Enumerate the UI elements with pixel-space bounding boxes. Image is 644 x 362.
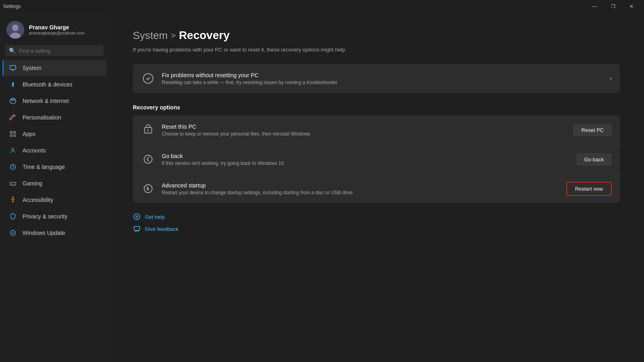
help-links: Get help Give feedback <box>133 213 620 233</box>
user-name: Pranav Gharge <box>29 24 85 31</box>
fix-card-title: Fix problems without resetting your PC <box>162 72 337 78</box>
sidebar-item-label: Accounts <box>23 147 46 154</box>
sidebar-item-bluetooth[interactable]: Bluetooth & devices <box>2 76 106 93</box>
system-icon <box>9 64 17 72</box>
search-icon: 🔍 <box>9 47 16 54</box>
svg-rect-19 <box>134 226 140 230</box>
sidebar-item-accounts[interactable]: Accounts <box>2 142 106 158</box>
network-icon <box>9 97 17 105</box>
sidebar-item-system[interactable]: System <box>2 60 106 76</box>
help-link-give-feedback[interactable]: Give feedback <box>133 225 620 233</box>
option-text-reset: Reset this PC Choose to keep or remove y… <box>162 123 310 137</box>
fix-card-desc: Resetting can take a while — first, try … <box>162 80 337 85</box>
svg-rect-4 <box>10 132 12 134</box>
help-link-get-help[interactable]: Get help <box>133 213 620 221</box>
accounts-icon <box>9 146 17 154</box>
nav-list: System Bluetooth & devices Network & int… <box>0 60 109 241</box>
advanced-icon <box>141 181 155 196</box>
option-title-reset: Reset this PC <box>162 123 310 130</box>
option-btn-reset[interactable]: Reset PC <box>573 124 612 136</box>
svg-rect-7 <box>14 135 16 137</box>
section-title: Recovery options <box>133 104 620 111</box>
sidebar-item-time[interactable]: Time & language <box>2 159 106 175</box>
get-help-icon <box>133 213 141 221</box>
fix-card-icon <box>141 71 155 86</box>
option-desc-advanced: Restart your device to change startup se… <box>162 190 353 195</box>
chevron-right-icon: › <box>610 75 612 82</box>
svg-point-1 <box>12 25 19 31</box>
svg-rect-3 <box>10 66 16 70</box>
titlebar-left: Settings <box>3 4 21 9</box>
svg-point-16 <box>144 185 152 193</box>
content-area: System > Recovery If you're having probl… <box>109 13 644 362</box>
svg-point-8 <box>12 148 14 150</box>
main-layout: Pranav Gharge pranavgharge@outlook.com 🔍… <box>0 13 644 362</box>
option-text-goback: Go back If this version isn't working, t… <box>162 153 284 166</box>
time-icon <box>9 163 17 171</box>
sidebar-item-label: Apps <box>23 131 35 137</box>
sidebar-item-label: Gaming <box>23 180 42 187</box>
sidebar-item-network[interactable]: Network & internet <box>2 93 106 109</box>
privacy-icon <box>9 212 17 220</box>
sidebar-item-label: Time & language <box>23 164 65 170</box>
restore-button[interactable]: ❐ <box>604 0 622 13</box>
sidebar-item-accessibility[interactable]: Accessibility <box>2 192 106 208</box>
option-row-goback: Go back If this version isn't working, t… <box>133 145 620 174</box>
help-link-label-get-help: Get help <box>145 214 165 220</box>
titlebar: Settings — ❐ ✕ <box>0 0 644 13</box>
option-title-advanced: Advanced startup <box>162 182 353 189</box>
breadcrumb-current: Recovery <box>179 29 229 42</box>
fix-card-left: Fix problems without resetting your PC R… <box>141 71 337 86</box>
personalisation-icon <box>9 113 17 121</box>
search-input[interactable] <box>19 48 100 54</box>
user-info: Pranav Gharge pranavgharge@outlook.com <box>29 24 85 35</box>
update-icon <box>9 229 17 237</box>
sidebar-item-gaming[interactable]: Gaming <box>2 175 106 191</box>
svg-point-13 <box>143 74 153 83</box>
user-profile: Pranav Gharge pranavgharge@outlook.com <box>0 16 109 45</box>
sidebar-item-label: Bluetooth & devices <box>23 81 72 88</box>
option-desc-reset: Choose to keep or remove your personal f… <box>162 131 310 137</box>
user-email: pranavgharge@outlook.com <box>29 31 85 35</box>
search-box[interactable]: 🔍 <box>5 45 104 56</box>
fix-problems-card[interactable]: Fix problems without resetting your PC R… <box>133 64 620 93</box>
svg-rect-6 <box>10 135 12 137</box>
give-feedback-icon <box>133 225 141 233</box>
svg-point-15 <box>144 155 152 163</box>
sidebar: Pranav Gharge pranavgharge@outlook.com 🔍… <box>0 13 109 362</box>
bluetooth-icon <box>9 80 17 88</box>
option-row-advanced: Advanced startup Restart your device to … <box>133 174 620 203</box>
option-btn-goback[interactable]: Go back <box>576 153 612 166</box>
sidebar-item-label: Personalisation <box>23 114 61 121</box>
avatar <box>6 21 24 39</box>
sidebar-item-privacy[interactable]: Privacy & security <box>2 208 106 224</box>
titlebar-controls: — ❐ ✕ <box>585 0 641 13</box>
sidebar-item-label: Privacy & security <box>23 213 67 220</box>
accessibility-icon <box>9 196 17 204</box>
svg-rect-10 <box>10 182 16 185</box>
option-btn-advanced[interactable]: Restart now <box>566 182 612 196</box>
sidebar-item-label: Windows Update <box>23 230 65 236</box>
apps-icon <box>9 130 17 138</box>
reset-icon <box>141 123 155 137</box>
option-title-goback: Go back <box>162 153 284 159</box>
fix-card-text: Fix problems without resetting your PC R… <box>162 72 337 85</box>
close-button[interactable]: ✕ <box>622 0 641 13</box>
gaming-icon <box>9 179 17 187</box>
breadcrumb: System > Recovery <box>133 29 620 42</box>
goback-icon <box>141 152 155 167</box>
breadcrumb-separator: > <box>171 31 176 40</box>
minimize-button[interactable]: — <box>585 0 604 13</box>
option-left-advanced: Advanced startup Restart your device to … <box>141 181 353 196</box>
sidebar-item-label: System <box>23 65 41 71</box>
option-left-reset: Reset this PC Choose to keep or remove y… <box>141 123 310 137</box>
option-left-goback: Go back If this version isn't working, t… <box>141 152 284 167</box>
options-list: Reset this PC Choose to keep or remove y… <box>133 115 620 203</box>
sidebar-item-apps[interactable]: Apps <box>2 126 106 142</box>
sidebar-item-label: Accessibility <box>23 197 53 203</box>
option-row-reset: Reset this PC Choose to keep or remove y… <box>133 115 620 145</box>
page-description: If you're having problems with your PC o… <box>133 47 620 53</box>
sidebar-item-personalisation[interactable]: Personalisation <box>2 109 106 125</box>
titlebar-title: Settings <box>3 4 21 9</box>
sidebar-item-update[interactable]: Windows Update <box>2 225 106 241</box>
